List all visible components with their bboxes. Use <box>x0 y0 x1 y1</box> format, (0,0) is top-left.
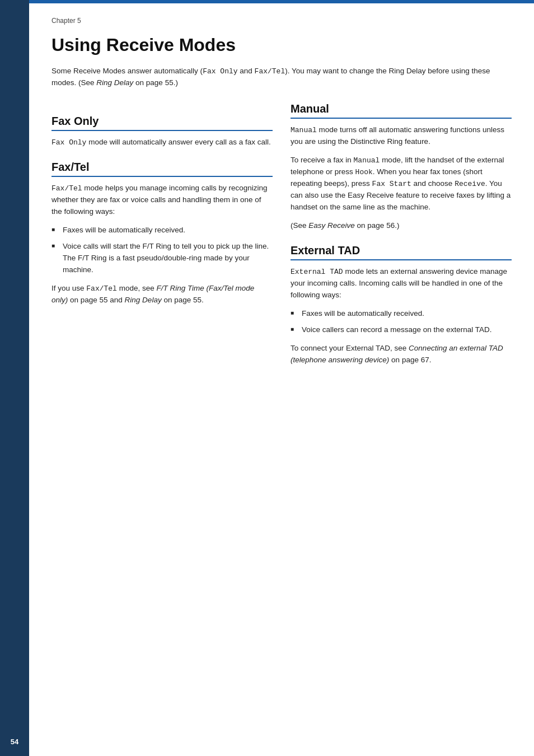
manual-code3: Hook <box>355 168 373 176</box>
intro-italic-ringdelay: Ring Delay <box>96 78 133 87</box>
manual-code5: Receive <box>455 180 485 188</box>
intro-code-faxonly: Fax Only <box>203 67 237 76</box>
right-column: Manual Manual mode turns off all automat… <box>291 102 512 373</box>
external-tad-para1: External TAD mode lets an external answe… <box>291 266 512 301</box>
fax-only-heading: Fax Only <box>51 115 273 131</box>
list-item: Voice calls will start the F/T Ring to t… <box>51 241 273 276</box>
fax-tel-para2: If you use Fax/Tel mode, see F/T Ring Ti… <box>51 283 273 306</box>
content-area: Chapter 5 Using Receive Modes Some Recei… <box>29 0 534 395</box>
manual-code4: Fax Start <box>372 180 411 188</box>
fax-tel-para1: Fax/Tel mode helps you manage incoming c… <box>51 183 273 218</box>
manual-para3: (See Easy Receive on page 56.) <box>291 220 512 232</box>
list-item: Faxes will be automatically received. <box>291 308 512 320</box>
fax-only-section: Fax Only Fax Only mode will automaticall… <box>51 115 273 148</box>
left-column: Fax Only Fax Only mode will automaticall… <box>51 102 273 373</box>
manual-italic1: Easy Receive <box>308 221 355 230</box>
fax-only-para: Fax Only mode will automatically answer … <box>51 137 273 148</box>
fax-only-code: Fax Only <box>51 138 86 147</box>
manual-section: Manual Manual mode turns off all automat… <box>291 102 512 232</box>
external-tad-bullet-list: Faxes will be automatically received. Vo… <box>291 308 512 336</box>
fax-tel-bullet-list: Faxes will be automatically received. Vo… <box>51 225 273 276</box>
manual-heading: Manual <box>291 102 512 119</box>
chapter-label: Chapter 5 <box>51 17 512 25</box>
manual-para1: Manual mode turns off all automatic answ… <box>291 124 512 148</box>
manual-para2: To receive a fax in Manual mode, lift th… <box>291 155 512 213</box>
external-tad-italic: Connecting an external TAD (telephone an… <box>291 344 503 364</box>
list-item: Voice callers can record a message on th… <box>291 324 512 336</box>
external-tad-heading: External TAD <box>291 244 512 260</box>
external-tad-para2: To connect your External TAD, see Connec… <box>291 343 512 366</box>
manual-code1: Manual <box>291 126 317 134</box>
external-tad-code1: External TAD <box>291 268 343 276</box>
left-sidebar: 54 <box>0 0 29 756</box>
fax-tel-italic2: Ring Delay <box>125 296 162 304</box>
page-title: Using Receive Modes <box>51 35 512 55</box>
intro-code-faxtel: Fax/Tel <box>255 67 285 76</box>
external-tad-section: External TAD External TAD mode lets an e… <box>291 244 512 366</box>
fax-tel-code: Fax/Tel <box>51 184 82 193</box>
list-item: Faxes will be automatically received. <box>51 225 273 236</box>
page-number: 54 <box>11 738 18 746</box>
fax-tel-section: Fax/Tel Fax/Tel mode helps you manage in… <box>51 161 273 306</box>
fax-tel-heading: Fax/Tel <box>51 161 273 177</box>
intro-paragraph: Some Receive Modes answer automatically … <box>51 66 512 89</box>
fax-tel-code2: Fax/Tel <box>86 284 117 293</box>
two-column-layout: Fax Only Fax Only mode will automaticall… <box>51 102 512 373</box>
manual-code2: Manual <box>354 156 380 165</box>
